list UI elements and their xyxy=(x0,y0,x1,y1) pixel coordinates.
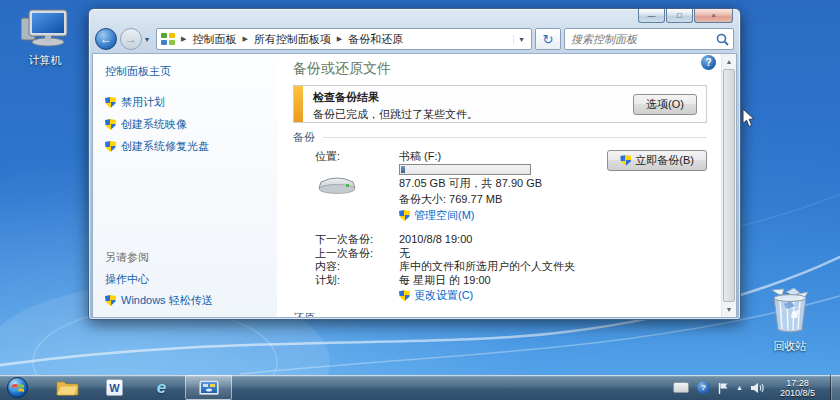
desktop-icon-recycle-bin[interactable]: 回收站 xyxy=(757,288,823,354)
back-button[interactable]: ← xyxy=(95,28,117,50)
help-icon[interactable]: ? xyxy=(701,55,716,70)
manage-space-link[interactable]: 管理空间(M) xyxy=(399,209,475,222)
group-divider xyxy=(323,137,707,138)
control-panel-icon xyxy=(161,33,175,45)
sidebar-item-label: 创建系统修复光盘 xyxy=(121,139,209,154)
detail-label: 内容: xyxy=(315,260,399,274)
address-bar[interactable]: ▶ 控制面板 ▶ 所有控制面板项 ▶ 备份和还原 ▾ xyxy=(156,28,532,50)
breadcrumb-backup-restore[interactable]: 备份和还原 xyxy=(348,32,403,47)
location-label: 位置: xyxy=(315,150,399,163)
disk-usage-bar xyxy=(399,164,531,175)
search-box[interactable] xyxy=(564,28,734,50)
detail-value: 2010/8/8 19:00 xyxy=(399,233,707,247)
desktop-icon-computer[interactable]: 计算机 xyxy=(12,8,78,68)
uac-shield-icon xyxy=(105,119,116,130)
backup-drive-name: 书稿 (F:) xyxy=(399,150,577,163)
sidebar-item-create-system-image[interactable]: 创建系统映像 xyxy=(105,117,277,132)
clock-time: 17:28 xyxy=(780,378,815,388)
backup-now-button[interactable]: 立即备份(B) xyxy=(607,150,707,171)
options-button[interactable]: 选项(O) xyxy=(633,94,697,115)
action-center-flag-icon[interactable] xyxy=(718,382,728,394)
sidebar-item-control-panel-home[interactable]: 控制面板主页 xyxy=(105,64,277,79)
sidebar-item-create-repair-disc[interactable]: 创建系统修复光盘 xyxy=(105,139,277,154)
recycle-bin-icon xyxy=(770,288,810,334)
address-dropdown-icon[interactable]: ▾ xyxy=(513,35,529,44)
page-title: 备份或还原文件 xyxy=(293,60,707,78)
clock-date: 2010/8/5 xyxy=(780,388,815,398)
search-icon xyxy=(716,33,729,46)
backup-result-notice: 检查备份结果 备份已完成，但跳过了某些文件。 选项(O) xyxy=(293,85,707,123)
breadcrumb-separator-icon: ▶ xyxy=(331,35,348,43)
breadcrumb-separator-icon: ▶ xyxy=(175,35,192,43)
close-button[interactable]: × xyxy=(694,9,733,23)
show-hidden-icons-icon[interactable]: ▲ xyxy=(736,384,743,391)
window-content: 控制面板主页 禁用计划 创建系统映像 创建系统修复光盘 另请参阅 操作中心 xyxy=(92,53,737,318)
scrollbar-thumb[interactable] xyxy=(723,69,735,302)
show-desktop-button[interactable] xyxy=(830,375,840,400)
system-tray: ? ▲ 17:28 2010/8/5 xyxy=(673,375,840,400)
change-settings-link[interactable]: 更改设置(C) xyxy=(399,289,707,303)
minimize-button[interactable]: — xyxy=(638,9,665,23)
restore-group-header: 还原 xyxy=(293,311,707,318)
backup-group-header: 备份 xyxy=(293,130,707,145)
sidebar-item-easy-transfer[interactable]: Windows 轻松传送 xyxy=(105,293,213,308)
link-label: 更改设置(C) xyxy=(414,289,473,303)
detail-value: 每 星期日 的 19:00 xyxy=(399,274,707,288)
main-pane: ? 备份或还原文件 检查备份结果 备份已完成，但跳过了某些文件。 选项(O) 备… xyxy=(277,54,721,317)
refresh-button[interactable]: ↻ xyxy=(535,28,561,50)
breadcrumb-all-items[interactable]: 所有控制面板项 xyxy=(254,32,331,47)
sidebar-item-disable-schedule[interactable]: 禁用计划 xyxy=(105,95,277,110)
link-label: 管理空间(M) xyxy=(414,209,475,222)
input-method-icon[interactable] xyxy=(673,382,689,393)
free-space-text: 87.05 GB 可用，共 87.90 GB xyxy=(399,177,577,190)
start-button[interactable] xyxy=(7,377,28,398)
taskbar-word-button[interactable]: W xyxy=(91,375,138,400)
notice-title: 检查备份结果 xyxy=(313,90,623,105)
maximize-button[interactable]: □ xyxy=(666,9,693,23)
taskbar-active-window-button[interactable] xyxy=(185,375,232,400)
breadcrumb-control-panel[interactable]: 控制面板 xyxy=(192,32,236,47)
backup-restore-window: — □ × ← → ▾ ▶ 控制面板 ▶ 所有控制面板项 ▶ 备份和还原 ▾ ↻ xyxy=(88,8,741,320)
window-titlebar[interactable]: — □ × xyxy=(92,9,737,25)
sidebar-item-action-center[interactable]: 操作中心 xyxy=(105,272,213,287)
taskbar-clock[interactable]: 17:28 2010/8/5 xyxy=(773,378,822,398)
sidebar-item-label: 禁用计划 xyxy=(121,95,165,110)
uac-shield-icon xyxy=(399,210,410,221)
taskbar: W e ? ▲ 17:2 xyxy=(0,375,840,400)
uac-shield-icon xyxy=(105,97,116,108)
detail-value: 无 xyxy=(399,247,707,261)
vertical-scrollbar[interactable]: ▲ ▼ xyxy=(721,54,736,317)
sidebar-item-label: 创建系统映像 xyxy=(121,117,187,132)
word-icon: W xyxy=(106,379,123,396)
uac-shield-icon xyxy=(105,295,116,306)
taskbar-ie-button[interactable]: e xyxy=(138,375,185,400)
tray-help-icon[interactable]: ? xyxy=(697,381,710,394)
backup-size-text: 备份大小: 769.77 MB xyxy=(399,193,577,206)
breadcrumb-separator-icon: ▶ xyxy=(236,35,253,43)
mouse-cursor xyxy=(742,108,756,128)
backup-details: 下一次备份: 2010/8/8 19:00 上一次备份: 无 内容: 库中的文件… xyxy=(315,233,707,303)
see-also-section: 另请参阅 操作中心 Windows 轻松传送 xyxy=(105,250,213,308)
uac-shield-icon xyxy=(620,155,631,166)
scroll-down-icon[interactable]: ▼ xyxy=(722,302,736,317)
detail-value: 库中的文件和所选用户的个人文件夹 xyxy=(399,260,707,274)
disk-usage-fill xyxy=(401,166,405,173)
button-label: 立即备份(B) xyxy=(635,153,694,168)
taskbar-explorer-button[interactable] xyxy=(44,375,91,400)
windows-flag-icon xyxy=(12,382,24,394)
computer-icon xyxy=(21,8,69,48)
forward-button[interactable]: → xyxy=(120,28,142,50)
warning-accent-bar xyxy=(294,86,303,122)
see-also-header: 另请参阅 xyxy=(105,250,213,265)
restore-group-label: 还原 xyxy=(293,311,315,318)
notice-message: 备份已完成，但跳过了某些文件。 xyxy=(313,107,623,122)
recent-pages-dropdown-icon[interactable]: ▾ xyxy=(145,35,153,44)
scroll-up-icon[interactable]: ▲ xyxy=(722,54,736,69)
sidebar-item-label: 操作中心 xyxy=(105,272,149,287)
volume-icon[interactable] xyxy=(751,382,765,394)
sidebar-item-label: Windows 轻松传送 xyxy=(121,293,213,308)
uac-shield-icon xyxy=(399,290,410,301)
search-input[interactable] xyxy=(565,33,716,45)
desktop-icon-label: 计算机 xyxy=(12,53,78,68)
navigation-bar: ← → ▾ ▶ 控制面板 ▶ 所有控制面板项 ▶ 备份和还原 ▾ ↻ xyxy=(92,25,737,53)
